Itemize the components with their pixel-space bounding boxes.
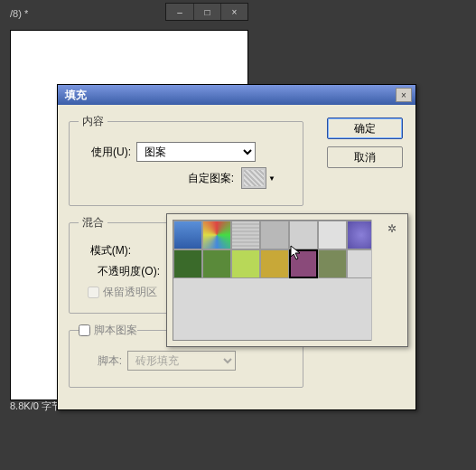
opacity-label: 不透明度(O): xyxy=(79,264,160,279)
preserve-transparency-checkbox xyxy=(88,287,99,298)
blend-group: 混合 模式(M): 不透明度(O): 保留透明区 xyxy=(69,215,175,314)
scripted-pattern-checkbox[interactable] xyxy=(79,324,90,336)
script-select: 砖形填充 xyxy=(127,351,236,371)
use-label: 使用(U): xyxy=(79,145,131,160)
dialog-titlebar[interactable]: 填充 × xyxy=(58,85,415,105)
pattern-grid xyxy=(173,221,378,278)
pattern-swatch[interactable] xyxy=(289,221,318,249)
pattern-swatch[interactable] xyxy=(289,249,318,278)
pattern-swatch[interactable] xyxy=(202,249,231,278)
document-tab[interactable]: /8) * xyxy=(10,8,28,19)
pattern-swatch[interactable] xyxy=(260,221,289,249)
ok-button[interactable]: 确定 xyxy=(327,118,403,139)
pattern-swatch[interactable] xyxy=(173,221,202,249)
custom-pattern-label: 自定图案: xyxy=(162,171,234,186)
pattern-scrollbar[interactable] xyxy=(371,220,384,341)
preserve-transparency-label: 保留透明区 xyxy=(103,285,157,300)
pattern-swatch[interactable] xyxy=(231,221,260,249)
chevron-down-icon[interactable]: ▼ xyxy=(268,174,275,183)
pattern-swatch[interactable] xyxy=(318,221,347,249)
cancel-button[interactable]: 取消 xyxy=(327,146,403,168)
pattern-picker-popup: ✲ xyxy=(166,213,408,347)
scripted-pattern-label: 脚本图案 xyxy=(94,323,137,338)
use-select[interactable]: 图案 xyxy=(136,142,256,162)
pattern-swatch[interactable] xyxy=(173,249,202,278)
dialog-body: 确定 取消 内容 使用(U): 图案 自定图案: ▼ 混合 模式(M): 不透 xyxy=(58,105,415,409)
window-minimize-button[interactable]: – xyxy=(166,4,193,20)
custom-pattern-swatch[interactable] xyxy=(241,167,266,189)
content-legend: 内容 xyxy=(79,114,107,129)
script-label: 脚本: xyxy=(79,353,122,369)
content-group: 内容 使用(U): 图案 自定图案: ▼ xyxy=(69,114,303,206)
pattern-preview-icon xyxy=(244,170,264,186)
pattern-swatch[interactable] xyxy=(260,249,289,278)
pattern-swatch[interactable] xyxy=(231,249,260,278)
dialog-buttons: 确定 取消 xyxy=(327,118,403,168)
window-maximize-button[interactable]: □ xyxy=(193,4,220,20)
pattern-swatch[interactable] xyxy=(318,249,347,278)
blend-legend: 混合 xyxy=(79,215,107,230)
pattern-swatch[interactable] xyxy=(202,221,231,249)
fill-dialog: 填充 × 确定 取消 内容 使用(U): 图案 自定图案: ▼ xyxy=(57,84,416,410)
pattern-grid-scroll[interactable] xyxy=(173,220,378,341)
dialog-title: 填充 xyxy=(61,88,396,103)
window-close-button[interactable]: × xyxy=(220,4,247,20)
mode-label: 模式(M): xyxy=(79,243,131,258)
close-icon[interactable]: × xyxy=(396,88,412,102)
status-bar: 8.8K/0 字节 xyxy=(10,400,61,413)
gear-icon[interactable]: ✲ xyxy=(384,221,400,236)
document-window-controls: – □ × xyxy=(165,3,248,21)
